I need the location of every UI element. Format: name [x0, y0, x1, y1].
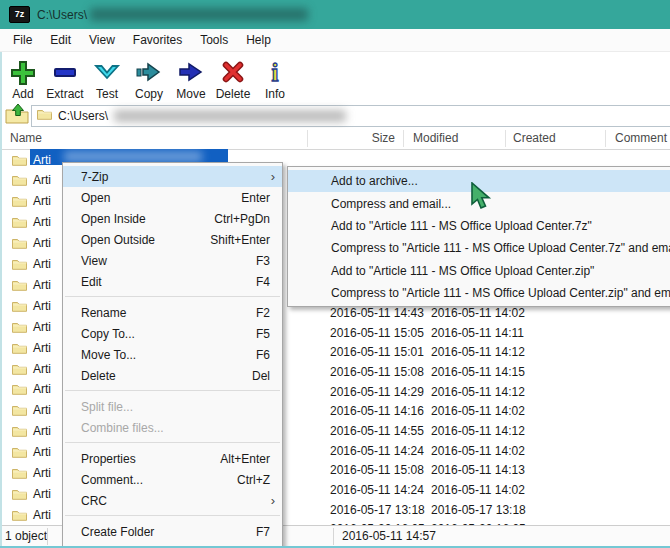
file-name: Arti	[33, 153, 51, 167]
add-button[interactable]: Add	[2, 52, 44, 103]
menu-item-copy-to[interactable]: Copy To... F5	[63, 323, 282, 344]
copy-button[interactable]: Copy	[128, 52, 170, 103]
menu-bar: FileEditViewFavoritesToolsHelp	[0, 29, 670, 52]
menu-item-shortcut: F5	[256, 327, 270, 341]
created-date: 2016-05-11 14:12	[431, 421, 525, 441]
window-frame-left	[0, 29, 2, 546]
submenu-item-add-to-article-111-ms-office-upload-cent[interactable]: Add to "Article 111 - MS Office Upload C…	[288, 215, 670, 237]
test-button[interactable]: Test	[86, 52, 128, 103]
move-icon	[176, 55, 206, 86]
modified-date: 2016-05-11 14:55	[330, 421, 424, 441]
menu-item-label: Combine files...	[81, 421, 270, 435]
status-divider	[333, 528, 334, 545]
menu-item-shortcut: Shift+Enter	[210, 233, 270, 247]
submenu-item-compress-to-article-111-ms-office-upload[interactable]: Compress to "Article 111 - MS Office Upl…	[288, 237, 670, 259]
toolbar-button-label: Extract	[46, 87, 83, 101]
file-name: Arti	[33, 445, 51, 459]
extract-button[interactable]: Extract	[44, 52, 86, 103]
window-title: C:\Users\	[37, 8, 87, 22]
menu-item-view[interactable]: View F3	[63, 250, 282, 271]
file-row-dates[interactable]: 2016-05-11 14:242016-05-11 14:02	[290, 441, 670, 461]
menu-item-properties[interactable]: Properties Alt+Enter	[63, 448, 282, 469]
column-header-created[interactable]: Created	[513, 128, 556, 149]
menu-item-edit[interactable]: Edit F4	[63, 271, 282, 292]
menu-item-open-inside[interactable]: Open Inside Ctrl+PgDn	[63, 208, 282, 229]
file-row-dates[interactable]: 2016-05-11 15:012016-05-11 14:12	[290, 342, 670, 362]
column-header-comment[interactable]: Comment	[615, 128, 667, 149]
file-name: Arti	[33, 299, 51, 313]
file-row-dates[interactable]: 2016-05-11 14:242016-05-11 14:02	[290, 480, 670, 500]
menu-item-label: Compress to "Article 111 - MS Office Upl…	[331, 241, 670, 255]
file-row-dates[interactable]: 2016-05-11 14:552016-05-11 14:12	[290, 421, 670, 441]
menu-item-open-outside[interactable]: Open Outside Shift+Enter	[63, 229, 282, 250]
move-button[interactable]: Move	[170, 52, 212, 103]
modified-date: 2016-05-11 15:01	[330, 342, 424, 362]
file-name: Arti	[33, 382, 51, 396]
menu-item-7-zip[interactable]: 7-Zip ›	[63, 166, 282, 187]
file-name: Arti	[33, 341, 51, 355]
file-name: Arti	[33, 508, 51, 522]
folder-icon	[12, 279, 27, 291]
column-header-modified[interactable]: Modified	[413, 128, 458, 149]
info-button[interactable]: i Info	[254, 52, 296, 103]
status-divider	[47, 528, 48, 545]
menu-item-label: Add to archive...	[331, 174, 670, 188]
menubar-item-help[interactable]: Help	[237, 29, 280, 51]
created-date: 2016-05-11 14:11	[431, 323, 524, 343]
info-icon: i	[260, 55, 290, 86]
address-input[interactable]: C:\Users\	[31, 105, 670, 127]
column-divider[interactable]	[307, 130, 308, 147]
menu-item-comment[interactable]: Comment... Ctrl+Z	[63, 469, 282, 490]
menu-item-label: Open	[81, 191, 241, 205]
toolbar-button-label: Test	[96, 87, 118, 101]
folder-up-icon	[4, 103, 30, 128]
column-divider[interactable]	[605, 130, 606, 147]
menu-item-open[interactable]: Open Enter	[63, 187, 282, 208]
menu-item-rename[interactable]: Rename F2	[63, 302, 282, 323]
toolbar-button-label: Info	[265, 87, 285, 101]
menu-item-shortcut: F3	[256, 254, 270, 268]
menu-item-shortcut: Del	[252, 369, 270, 383]
menu-separator	[65, 515, 280, 516]
redacted-title-text	[90, 8, 308, 21]
folder-icon	[12, 383, 27, 395]
delete-button[interactable]: Delete	[212, 52, 254, 103]
file-row-dates[interactable]: 2016-05-17 13:182016-05-17 13:18	[290, 500, 670, 520]
menubar-item-file[interactable]: File	[4, 29, 41, 51]
status-selection-count: 1 object	[5, 526, 47, 547]
file-row-dates[interactable]: 2016-05-11 14:292016-05-11 14:12	[290, 382, 670, 402]
column-header-size[interactable]: Size	[307, 128, 395, 149]
menu-item-label: Open Outside	[81, 233, 210, 247]
up-one-level-button[interactable]	[2, 104, 31, 127]
file-row-dates[interactable]: 2016-05-11 14:162016-05-11 14:02	[290, 401, 670, 421]
modified-date: 2016-05-11 15:05	[330, 323, 424, 343]
file-name: Arti	[33, 215, 51, 229]
menu-item-shortcut: F4	[256, 275, 270, 289]
column-divider[interactable]	[505, 130, 506, 147]
column-header-name[interactable]: Name	[10, 128, 42, 149]
created-date: 2016-05-11 14:12	[431, 342, 525, 362]
file-row-dates[interactable]: 2016-05-11 15:082016-05-11 14:15	[290, 362, 670, 382]
menu-item-label: Add to "Article 111 - MS Office Upload C…	[331, 264, 670, 278]
file-row-dates[interactable]: 2016-05-11 15:052016-05-11 14:11	[290, 323, 670, 343]
menu-item-shortcut: F2	[256, 306, 270, 320]
file-name: Arti	[33, 173, 51, 187]
submenu-item-compress-to-article-111-ms-office-upload[interactable]: Compress to "Article 111 - MS Office Upl…	[288, 282, 670, 304]
file-name: Arti	[33, 320, 51, 334]
menu-item-crc[interactable]: CRC ›	[63, 490, 282, 511]
menubar-item-favorites[interactable]: Favorites	[124, 29, 191, 51]
menu-item-move-to[interactable]: Move To... F6	[63, 344, 282, 365]
folder-icon	[12, 509, 27, 521]
menubar-item-edit[interactable]: Edit	[41, 29, 80, 51]
menu-item-shortcut: F6	[256, 348, 270, 362]
menubar-item-tools[interactable]: Tools	[191, 29, 237, 51]
file-row-dates[interactable]: 2016-05-11 15:082016-05-11 14:13	[290, 460, 670, 480]
folder-icon	[12, 154, 27, 166]
menubar-item-view[interactable]: View	[80, 29, 124, 51]
menu-item-create-folder[interactable]: Create Folder F7	[63, 521, 282, 542]
submenu-item-add-to-article-111-ms-office-upload-cent[interactable]: Add to "Article 111 - MS Office Upload C…	[288, 260, 670, 282]
column-divider[interactable]	[403, 130, 404, 147]
menu-item-label: Split file...	[81, 400, 270, 414]
menu-item-delete[interactable]: Delete Del	[63, 365, 282, 386]
folder-icon	[12, 488, 27, 500]
